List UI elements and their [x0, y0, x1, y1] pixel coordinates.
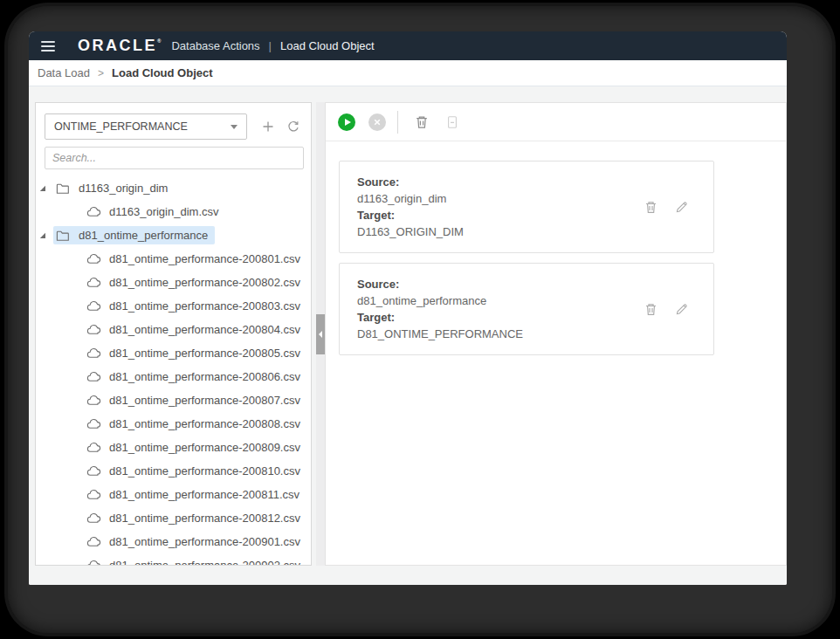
app-window: ORACLE® Database Actions | Load Cloud Ob…	[29, 31, 787, 585]
delete-all-button[interactable]	[414, 114, 430, 130]
tree-row-file[interactable]: d81_ontime_performance-200902.csv	[36, 553, 311, 565]
plus-icon	[261, 120, 275, 134]
cloud-file-icon	[86, 395, 102, 406]
tree-node-label: d81_ontime_performance-200803.csv	[109, 299, 300, 313]
cloud-file-icon	[86, 347, 102, 359]
tree-node-label: d81_ontime_performance-200901.csv	[109, 535, 300, 548]
tree-row-file[interactable]: d81_ontime_performance-200804.csv	[36, 318, 311, 341]
tree-row-file[interactable]: d81_ontime_performance-200801.csv	[36, 247, 311, 271]
tree-row-file[interactable]: d81_ontime_performance-200807.csv	[36, 388, 311, 412]
delete-job-button[interactable]	[644, 302, 658, 317]
pencil-icon	[674, 200, 689, 215]
tree-node-label: d81_ontime_performance-200802.csv	[109, 276, 300, 289]
tree-node-label: d81_ontime_performance	[79, 229, 208, 242]
folder-icon	[56, 230, 72, 242]
tree-row-folder[interactable]: d1163_origin_dim	[36, 176, 311, 200]
cloud-file-icon	[86, 206, 102, 217]
document-icon	[445, 115, 459, 129]
menu-hamburger-icon[interactable]	[41, 41, 55, 52]
bucket-select[interactable]: ONTIME_PERFORMANCE	[45, 113, 247, 140]
play-icon	[345, 119, 351, 126]
tree-row-file[interactable]: d81_ontime_performance-200811.csv	[36, 483, 311, 506]
chevron-down-icon	[231, 125, 238, 129]
show-sql-button[interactable]	[445, 115, 459, 129]
cloud-file-icon	[86, 277, 102, 288]
trash-icon	[644, 200, 658, 215]
target-value: D81_ONTIME_PERFORMANCE	[357, 326, 523, 342]
tree-node-label: d1163_origin_dim	[79, 182, 168, 195]
delete-job-button[interactable]	[644, 200, 658, 215]
toolbar-divider	[397, 111, 398, 134]
tree-node-label: d81_ontime_performance-200807.csv	[109, 394, 300, 407]
run-data-load-button[interactable]	[338, 113, 355, 131]
tree-row-file[interactable]: d81_ontime_performance-200809.csv	[36, 436, 311, 459]
search-input[interactable]	[45, 147, 304, 169]
tree-node-label: d81_ontime_performance-200811.csv	[109, 488, 300, 501]
app-bar: ORACLE® Database Actions | Load Cloud Ob…	[29, 31, 787, 60]
cloud-file-icon	[86, 418, 102, 429]
source-value: d1163_origin_dim	[357, 190, 464, 207]
pencil-icon	[674, 302, 689, 317]
tree-node-label: d81_ontime_performance-200809.csv	[109, 441, 300, 454]
breadcrumb-current: Load Cloud Object	[112, 66, 213, 79]
object-tree[interactable]: d1163_origin_dim d1163_origin_dim.csv d8…	[36, 176, 311, 565]
load-jobs-panel: Source: d1163_origin_dim Target: D1163_O…	[325, 102, 787, 566]
tree-row-folder[interactable]: d81_ontime_performance	[36, 223, 311, 247]
splitter-collapse-handle[interactable]	[316, 314, 325, 354]
cloud-object-explorer: ONTIME_PERFORMANCE	[35, 102, 312, 566]
bucket-select-value: ONTIME_PERFORMANCE	[54, 120, 188, 133]
cloud-file-icon	[86, 442, 102, 453]
target-value: D1163_ORIGIN_DIM	[357, 223, 464, 240]
tree-node-label: d81_ontime_performance-200806.csv	[109, 370, 300, 383]
tree-row-file[interactable]: d1163_origin_dim.csv	[36, 200, 311, 223]
expand-caret-icon[interactable]	[39, 185, 53, 192]
cloud-file-icon	[86, 512, 102, 524]
tree-node-label: d1163_origin_dim.csv	[109, 205, 219, 218]
cloud-file-icon	[86, 253, 102, 265]
edit-job-button[interactable]	[674, 302, 689, 317]
tree-node-label: d81_ontime_performance-200804.csv	[109, 323, 300, 336]
tree-node-label: d81_ontime_performance-200805.csv	[109, 347, 300, 360]
tree-node-label: d81_ontime_performance-200812.csv	[109, 512, 300, 525]
source-value: d81_ontime_performance	[357, 292, 523, 309]
tree-node-label: d81_ontime_performance-200902.csv	[109, 559, 300, 565]
breadcrumb-data-load[interactable]: Data Load	[38, 66, 90, 79]
main-content: ONTIME_PERFORMANCE	[29, 86, 787, 585]
source-label: Source:	[357, 174, 464, 190]
cancel-button[interactable]	[368, 113, 386, 131]
breadcrumb-separator-icon: >	[98, 67, 104, 79]
tree-node-label: d81_ontime_performance-200808.csv	[109, 417, 300, 430]
tree-row-file[interactable]: d81_ontime_performance-200810.csv	[36, 459, 311, 483]
tree-row-file[interactable]: d81_ontime_performance-200812.csv	[36, 506, 311, 530]
load-jobs-list: Source: d1163_origin_dim Target: D1163_O…	[326, 141, 786, 384]
screenshot-stage: ORACLE® Database Actions | Load Cloud Ob…	[0, 0, 840, 639]
tree-row-file[interactable]: d81_ontime_performance-200806.csv	[36, 365, 311, 388]
close-icon	[370, 115, 384, 129]
refresh-button[interactable]	[286, 120, 300, 134]
title-divider: |	[269, 39, 272, 52]
load-job-card: Source: d81_ontime_performance Target: D…	[339, 263, 714, 355]
breadcrumb: Data Load > Load Cloud Object	[29, 60, 787, 86]
expand-caret-icon[interactable]	[39, 232, 53, 239]
tree-row-file[interactable]: d81_ontime_performance-200808.csv	[36, 412, 311, 436]
registered-mark: ®	[157, 38, 161, 44]
tree-row-file[interactable]: d81_ontime_performance-200803.csv	[36, 294, 311, 318]
source-label: Source:	[357, 276, 523, 292]
load-job-card: Source: d1163_origin_dim Target: D1163_O…	[339, 161, 714, 253]
tree-row-file[interactable]: d81_ontime_performance-200805.csv	[36, 341, 311, 365]
edit-job-button[interactable]	[674, 200, 689, 215]
tree-row-file[interactable]: d81_ontime_performance-200802.csv	[36, 271, 311, 294]
trash-icon	[414, 114, 430, 130]
panel-splitter	[316, 102, 325, 566]
cloud-file-icon	[86, 536, 102, 547]
cloud-file-icon	[86, 324, 102, 335]
add-cloud-storage-button[interactable]	[261, 120, 275, 134]
target-label: Target:	[357, 207, 464, 223]
product-name: Database Actions	[171, 39, 259, 52]
target-label: Target:	[357, 309, 523, 326]
collapse-left-icon	[319, 331, 322, 338]
refresh-icon	[286, 120, 300, 134]
tree-row-file[interactable]: d81_ontime_performance-200901.csv	[36, 530, 311, 553]
oracle-logo: ORACLE®	[78, 37, 161, 55]
page-title: Load Cloud Object	[280, 39, 375, 52]
